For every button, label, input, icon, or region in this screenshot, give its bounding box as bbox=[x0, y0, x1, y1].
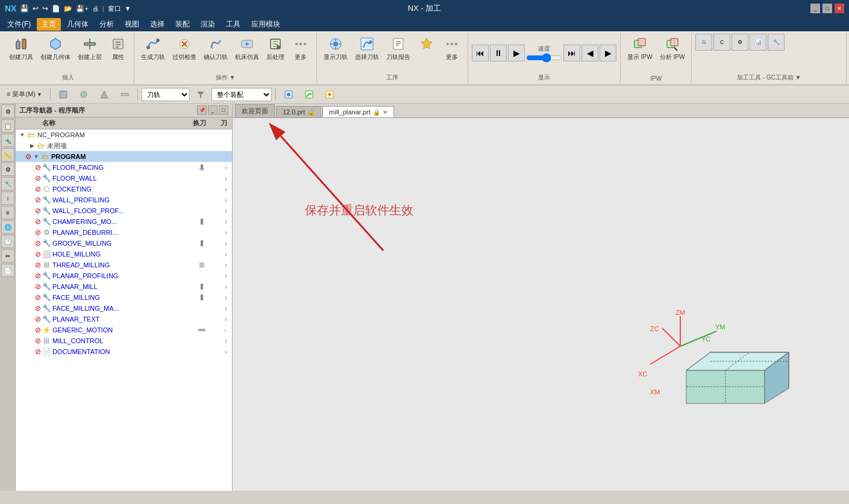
sidebar-assembly[interactable]: ⚙ bbox=[1, 163, 14, 176]
print-quick[interactable]: 🖨 bbox=[92, 5, 99, 12]
next-btn[interactable]: ⏭ bbox=[563, 45, 580, 61]
expand-nc[interactable]: ▼ bbox=[18, 131, 27, 139]
new-quick[interactable]: 📄 bbox=[52, 5, 60, 13]
show-path-btn[interactable]: 显示刀轨 bbox=[321, 34, 351, 63]
create-method-btn[interactable]: 创建上层 bbox=[75, 34, 105, 63]
nav-pin-btn[interactable]: 📌 bbox=[197, 105, 207, 115]
confirm-btn[interactable]: 确认刀轨 bbox=[201, 34, 231, 63]
overcut-btn[interactable]: 过切检查 bbox=[169, 34, 199, 63]
sidebar-settings[interactable]: ⚙ bbox=[1, 105, 14, 118]
pause-btn[interactable]: ⏸ bbox=[490, 45, 507, 61]
next-frame-btn[interactable]: ▶ bbox=[600, 45, 616, 61]
tree-item-face_milling_ma[interactable]: ⊘ 🔧 FACE_MILLING_MA... › bbox=[16, 303, 232, 314]
menu-item-tools[interactable]: 工具 bbox=[221, 18, 245, 31]
menu-dropdown[interactable]: ≡ 菜单(M) ▼ bbox=[2, 88, 46, 101]
speed-slider[interactable] bbox=[526, 54, 562, 61]
menu-item-analysis[interactable]: 分析 bbox=[95, 18, 119, 31]
toolbar-icon1[interactable] bbox=[54, 88, 72, 101]
open-quick[interactable]: 📂 bbox=[64, 5, 72, 13]
tree-item-floor_facing[interactable]: ⊘ 🔧 FLOOR_FACING › bbox=[16, 162, 232, 173]
sidebar-edit[interactable]: ✏ bbox=[1, 249, 14, 263]
nav-minimize-btn[interactable]: _ bbox=[208, 105, 218, 115]
path-type-select[interactable]: 刀轨 bbox=[142, 88, 190, 101]
sidebar-constraint[interactable]: 📐 bbox=[1, 148, 14, 161]
filter-btn[interactable] bbox=[192, 89, 209, 101]
toolbar-icon2[interactable] bbox=[75, 88, 93, 101]
tree-item-face_milling[interactable]: ⊘ 🔧 FACE_MILLING › bbox=[16, 292, 232, 303]
menu-item-file[interactable]: 文件(F) bbox=[2, 18, 36, 31]
menu-item-home[interactable]: 主页 bbox=[37, 18, 61, 31]
analyze-ipw-btn[interactable]: 分析 IPW bbox=[657, 34, 688, 63]
prev-frame-btn[interactable]: ◀ bbox=[581, 45, 598, 61]
tree-item-planar_deburri[interactable]: ⊘ ⚙ PLANAR_DEBURRI... › bbox=[16, 227, 232, 238]
tree-item-thread_milling[interactable]: ⊘ ⊞ THREAD_MILLING › bbox=[16, 260, 232, 270]
sidebar-motion[interactable]: ↕ bbox=[1, 191, 14, 205]
sidebar-nav[interactable]: 📋 bbox=[1, 119, 14, 132]
flashlight-btn[interactable] bbox=[415, 34, 439, 55]
sidebar-tool[interactable]: 🔧 bbox=[1, 177, 14, 190]
postprocess-btn[interactable]: 后处理 bbox=[263, 34, 287, 63]
menu-item-appmodule[interactable]: 应用模块 bbox=[246, 18, 285, 31]
sidebar-clock[interactable]: 🕐 bbox=[1, 235, 14, 248]
viewport[interactable]: 保存并重启软件生效 ZM bbox=[233, 118, 849, 491]
assembly-select[interactable]: 整个装配 bbox=[211, 88, 272, 101]
tab-millplanar-close[interactable]: ✕ bbox=[383, 109, 387, 116]
saveas-quick[interactable]: 💾+ bbox=[76, 5, 88, 13]
tree-item-documentation[interactable]: ⊘ 📄 DOCUMENTATION › bbox=[16, 346, 232, 357]
create-geometry-btn[interactable]: 创建几何体 bbox=[37, 34, 74, 63]
gc-btn2[interactable]: C bbox=[713, 34, 730, 51]
menu-item-geometry[interactable]: 几何体 bbox=[62, 18, 93, 31]
sidebar-part[interactable]: 🔩 bbox=[1, 134, 14, 147]
tree-item-pocketing[interactable]: ⊘ ⬡ POCKETING › bbox=[16, 184, 232, 194]
properties-btn[interactable]: 属性 bbox=[106, 34, 130, 63]
gc-btn1[interactable]: G bbox=[695, 34, 712, 51]
tree-item-planar_mill[interactable]: ⊘ 🔧 PLANAR_MILL › bbox=[16, 281, 232, 292]
toolbar-icon4[interactable] bbox=[116, 88, 134, 101]
prev-btn[interactable]: ⏮ bbox=[472, 45, 489, 61]
show-ipw-btn[interactable]: 显示 IPW bbox=[624, 34, 656, 63]
tab-welcome[interactable]: 欢迎页面 bbox=[235, 104, 275, 117]
more2-btn[interactable]: 更多 bbox=[440, 34, 464, 63]
tree-item-program[interactable]: ⊘ ▼ 🗁 PROGRAM bbox=[16, 151, 232, 162]
tree-item-nc_program[interactable]: ▼ 🗁 NC_PROGRAM bbox=[16, 129, 232, 140]
sidebar-nc[interactable]: ≡ bbox=[1, 206, 14, 219]
tree-item-chamfering_mo[interactable]: ⊘ 🔧 CHAMFERING_MO... › bbox=[16, 216, 232, 227]
view-icon1[interactable] bbox=[280, 88, 298, 101]
menu-item-select[interactable]: 选择 bbox=[145, 18, 169, 31]
path-report-btn[interactable]: 刀轨报告 bbox=[383, 34, 413, 63]
view-icon2[interactable] bbox=[300, 88, 318, 101]
gc-btn4[interactable]: 📊 bbox=[750, 34, 766, 51]
close-btn[interactable]: ✕ bbox=[835, 4, 844, 13]
undo-quick[interactable]: ↩ bbox=[33, 4, 39, 13]
play-btn[interactable]: ▶ bbox=[508, 45, 525, 61]
minimize-btn[interactable]: _ bbox=[810, 4, 820, 13]
menu-item-render[interactable]: 渲染 bbox=[196, 18, 220, 31]
create-tool-btn[interactable]: 创建刀具 bbox=[6, 34, 36, 63]
expand-program[interactable]: ▼ bbox=[32, 152, 40, 161]
expand-unused[interactable]: ▶ bbox=[28, 142, 36, 150]
tree-item-floor_wall[interactable]: ⊘ 🔧 FLOOR_WALL › bbox=[16, 173, 232, 184]
menu-item-view[interactable]: 视图 bbox=[120, 18, 144, 31]
tree-item-planar_profiling[interactable]: ⊘ 🔧 PLANAR_PROFILING › bbox=[16, 270, 232, 281]
view-icon3[interactable] bbox=[321, 88, 339, 101]
tree-item-mill_control[interactable]: ⊘ ⊞ MILL_CONTROL › bbox=[16, 335, 232, 346]
dropdown-btn[interactable]: ▼ bbox=[125, 5, 131, 12]
save-quick[interactable]: 💾 bbox=[20, 4, 29, 13]
tab-12prt[interactable]: 12.0.prt 🔒 bbox=[276, 106, 321, 117]
sidebar-web[interactable]: 🌐 bbox=[1, 220, 14, 234]
tree-item-hole_milling[interactable]: ⊘ ⬜ HOLE_MILLING › bbox=[16, 249, 232, 260]
tree-item-wall_floor_prof[interactable]: ⊘ 🔧 WALL_FLOOR_PROF... › bbox=[16, 205, 232, 216]
more-ops-btn[interactable]: 更多 bbox=[289, 34, 313, 63]
tree-item-unused[interactable]: ▶ 🗁 未用项 bbox=[16, 140, 232, 151]
gen-path-btn[interactable]: 生成刀轨 bbox=[138, 34, 168, 63]
gc-btn5[interactable]: 🔧 bbox=[768, 34, 785, 51]
redo-quick[interactable]: ↪ bbox=[42, 4, 48, 13]
sidebar-doc[interactable]: 📄 bbox=[1, 264, 14, 277]
nav-maximize-btn[interactable]: □ bbox=[219, 105, 228, 115]
toolbar-icon3[interactable] bbox=[95, 88, 113, 101]
menu-item-assembly[interactable]: 装配 bbox=[171, 18, 195, 31]
maximize-btn[interactable]: □ bbox=[822, 4, 832, 13]
tree-item-planar_text[interactable]: ⊘ 🔧 PLANAR_TEXT › bbox=[16, 314, 232, 325]
simulate-btn[interactable]: 机床仿真 bbox=[232, 34, 262, 63]
tree-item-generic_motion[interactable]: ⊘ ⚡ GENERIC_MOTION ⌐ bbox=[16, 325, 232, 335]
